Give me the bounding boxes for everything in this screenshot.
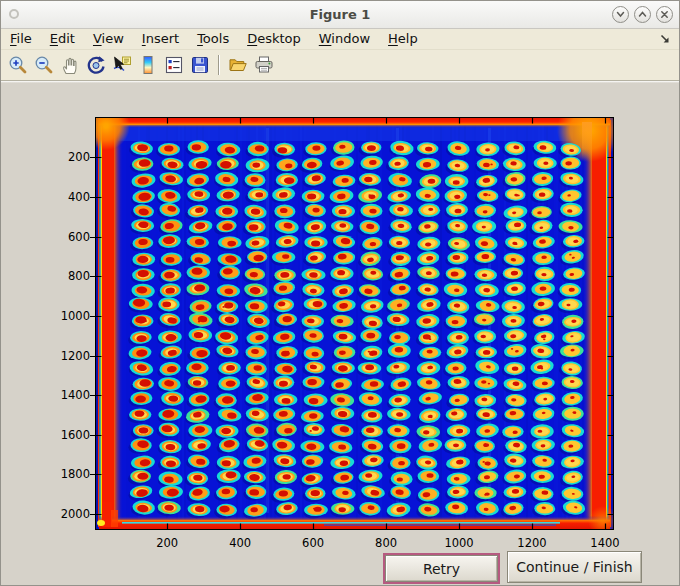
save-icon	[189, 54, 211, 76]
y-tick-label: 1000	[38, 309, 90, 323]
close-icon	[659, 9, 670, 20]
menubar: FileEditViewInsertToolsDesktopWindowHelp	[1, 29, 679, 50]
menu-file[interactable]: File	[10, 30, 41, 48]
pan-button[interactable]	[58, 53, 81, 77]
chevron-down-icon	[615, 9, 626, 20]
menu-insert[interactable]: Insert	[133, 30, 188, 48]
x-tick-label: 800	[351, 536, 421, 550]
y-tick-label: 400	[38, 190, 90, 204]
y-tick-mark	[90, 316, 95, 317]
save-button[interactable]	[188, 53, 211, 77]
toolbar	[1, 50, 679, 81]
maximize-button[interactable]	[634, 6, 651, 23]
colorbar-icon	[137, 54, 159, 76]
x-tick-label: 1200	[497, 536, 567, 550]
open-icon	[227, 54, 249, 76]
y-tick-label: 1600	[38, 428, 90, 442]
print-button[interactable]	[252, 53, 275, 77]
y-tick-mark	[90, 276, 95, 277]
y-tick-mark	[90, 474, 95, 475]
y-tick-label: 2000	[38, 507, 90, 521]
titlebar[interactable]: Figure 1	[1, 1, 679, 29]
figure-window: Figure 1 FileEditViewInsertToolsDesktopW…	[0, 0, 680, 586]
y-tick-mark	[90, 435, 95, 436]
window-title: Figure 1	[1, 1, 679, 29]
y-tick-mark	[90, 197, 95, 198]
x-tick-label: 400	[205, 536, 275, 550]
colorbar-button[interactable]	[136, 53, 159, 77]
legend-icon	[163, 54, 185, 76]
print-icon	[253, 54, 275, 76]
window-controls	[612, 6, 673, 23]
y-tick-mark	[90, 157, 95, 158]
y-tick-label: 1200	[38, 349, 90, 363]
toolbar-separator	[218, 55, 219, 75]
x-tick-label: 1400	[570, 536, 640, 550]
y-tick-mark	[90, 237, 95, 238]
x-tick-label: 1000	[424, 536, 494, 550]
menu-help[interactable]: Help	[379, 30, 427, 48]
menu-window[interactable]: Window	[310, 30, 379, 48]
menu-overflow-icon[interactable]	[659, 33, 671, 48]
rotate-3d-button[interactable]	[84, 53, 107, 77]
zoom-out-icon	[33, 54, 55, 76]
x-tick-label: 600	[278, 536, 348, 550]
figure-canvas-area: 200400600800100012001400160018002000 200…	[1, 83, 679, 586]
x-tick-label: 200	[132, 536, 202, 550]
close-button[interactable]	[656, 6, 673, 23]
menu-view[interactable]: View	[84, 30, 133, 48]
y-tick-mark	[90, 356, 95, 357]
minimize-button[interactable]	[612, 6, 629, 23]
retry-button[interactable]: Retry	[385, 555, 498, 582]
axes[interactable]	[95, 117, 614, 530]
continue-finish-button[interactable]: Continue / Finish	[507, 551, 642, 583]
menu-edit[interactable]: Edit	[41, 30, 84, 48]
data-cursor-icon	[111, 54, 133, 76]
menu-tools[interactable]: Tools	[188, 30, 238, 48]
y-tick-label: 1800	[38, 467, 90, 481]
y-tick-label: 200	[38, 150, 90, 164]
menu-desktop[interactable]: Desktop	[238, 30, 310, 48]
y-tick-label: 800	[38, 269, 90, 283]
y-tick-mark	[90, 514, 95, 515]
y-tick-mark	[90, 395, 95, 396]
zoom-out-button[interactable]	[32, 53, 55, 77]
open-button[interactable]	[226, 53, 249, 77]
pan-icon	[59, 54, 81, 76]
zoom-in-button[interactable]	[6, 53, 29, 77]
rotate-3d-icon	[85, 54, 107, 76]
legend-button[interactable]	[162, 53, 185, 77]
y-tick-label: 1400	[38, 388, 90, 402]
data-cursor-button[interactable]	[110, 53, 133, 77]
chevron-up-icon	[637, 9, 648, 20]
plate-image[interactable]	[96, 118, 613, 529]
y-tick-label: 600	[38, 230, 90, 244]
zoom-in-icon	[7, 54, 29, 76]
